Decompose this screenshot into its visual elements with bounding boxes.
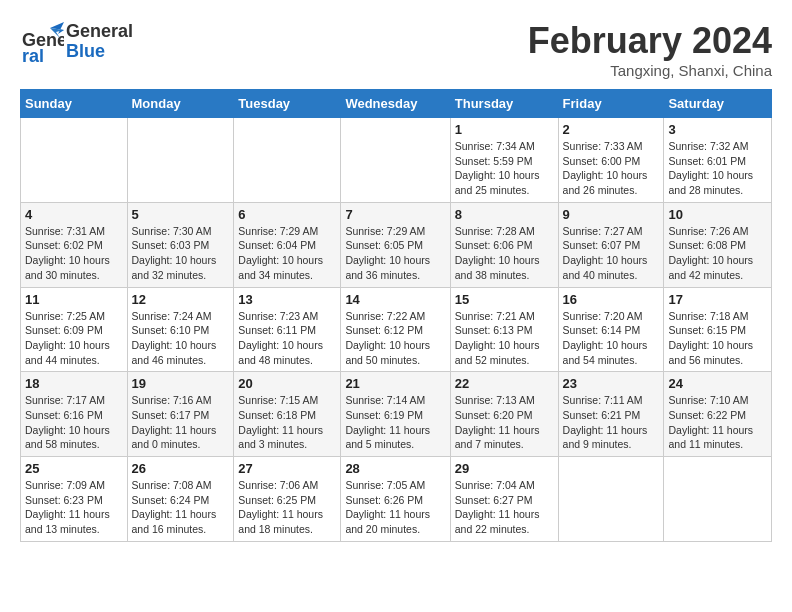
day-info: Sunrise: 7:11 AM Sunset: 6:21 PM Dayligh… xyxy=(563,393,660,452)
calendar-cell: 15Sunrise: 7:21 AM Sunset: 6:13 PM Dayli… xyxy=(450,287,558,372)
calendar-cell: 18Sunrise: 7:17 AM Sunset: 6:16 PM Dayli… xyxy=(21,372,128,457)
day-info: Sunrise: 7:09 AM Sunset: 6:23 PM Dayligh… xyxy=(25,478,123,537)
day-info: Sunrise: 7:29 AM Sunset: 6:04 PM Dayligh… xyxy=(238,224,336,283)
day-info: Sunrise: 7:20 AM Sunset: 6:14 PM Dayligh… xyxy=(563,309,660,368)
day-info: Sunrise: 7:26 AM Sunset: 6:08 PM Dayligh… xyxy=(668,224,767,283)
day-info: Sunrise: 7:13 AM Sunset: 6:20 PM Dayligh… xyxy=(455,393,554,452)
day-number: 2 xyxy=(563,122,660,137)
day-number: 9 xyxy=(563,207,660,222)
day-number: 13 xyxy=(238,292,336,307)
week-row-3: 11Sunrise: 7:25 AM Sunset: 6:09 PM Dayli… xyxy=(21,287,772,372)
calendar-cell: 25Sunrise: 7:09 AM Sunset: 6:23 PM Dayli… xyxy=(21,457,128,542)
day-info: Sunrise: 7:21 AM Sunset: 6:13 PM Dayligh… xyxy=(455,309,554,368)
day-number: 1 xyxy=(455,122,554,137)
day-number: 22 xyxy=(455,376,554,391)
calendar-cell: 11Sunrise: 7:25 AM Sunset: 6:09 PM Dayli… xyxy=(21,287,128,372)
calendar-cell xyxy=(234,118,341,203)
day-info: Sunrise: 7:24 AM Sunset: 6:10 PM Dayligh… xyxy=(132,309,230,368)
day-number: 10 xyxy=(668,207,767,222)
calendar-cell: 13Sunrise: 7:23 AM Sunset: 6:11 PM Dayli… xyxy=(234,287,341,372)
day-info: Sunrise: 7:33 AM Sunset: 6:00 PM Dayligh… xyxy=(563,139,660,198)
calendar-cell: 21Sunrise: 7:14 AM Sunset: 6:19 PM Dayli… xyxy=(341,372,450,457)
calendar-cell: 7Sunrise: 7:29 AM Sunset: 6:05 PM Daylig… xyxy=(341,202,450,287)
day-number: 24 xyxy=(668,376,767,391)
day-number: 27 xyxy=(238,461,336,476)
page-header: Gene ral General Blue February 2024 Tang… xyxy=(20,20,772,79)
day-info: Sunrise: 7:04 AM Sunset: 6:27 PM Dayligh… xyxy=(455,478,554,537)
week-row-5: 25Sunrise: 7:09 AM Sunset: 6:23 PM Dayli… xyxy=(21,457,772,542)
calendar-table: SundayMondayTuesdayWednesdayThursdayFrid… xyxy=(20,89,772,542)
day-info: Sunrise: 7:17 AM Sunset: 6:16 PM Dayligh… xyxy=(25,393,123,452)
calendar-cell: 24Sunrise: 7:10 AM Sunset: 6:22 PM Dayli… xyxy=(664,372,772,457)
day-info: Sunrise: 7:29 AM Sunset: 6:05 PM Dayligh… xyxy=(345,224,445,283)
weekday-header-sunday: Sunday xyxy=(21,90,128,118)
calendar-cell: 27Sunrise: 7:06 AM Sunset: 6:25 PM Dayli… xyxy=(234,457,341,542)
calendar-cell: 20Sunrise: 7:15 AM Sunset: 6:18 PM Dayli… xyxy=(234,372,341,457)
month-title: February 2024 xyxy=(528,20,772,62)
day-info: Sunrise: 7:10 AM Sunset: 6:22 PM Dayligh… xyxy=(668,393,767,452)
calendar-cell: 17Sunrise: 7:18 AM Sunset: 6:15 PM Dayli… xyxy=(664,287,772,372)
calendar-cell: 12Sunrise: 7:24 AM Sunset: 6:10 PM Dayli… xyxy=(127,287,234,372)
day-info: Sunrise: 7:31 AM Sunset: 6:02 PM Dayligh… xyxy=(25,224,123,283)
day-number: 23 xyxy=(563,376,660,391)
day-info: Sunrise: 7:18 AM Sunset: 6:15 PM Dayligh… xyxy=(668,309,767,368)
logo-text: General Blue xyxy=(66,22,133,62)
day-info: Sunrise: 7:06 AM Sunset: 6:25 PM Dayligh… xyxy=(238,478,336,537)
calendar-cell: 14Sunrise: 7:22 AM Sunset: 6:12 PM Dayli… xyxy=(341,287,450,372)
calendar-cell: 6Sunrise: 7:29 AM Sunset: 6:04 PM Daylig… xyxy=(234,202,341,287)
calendar-cell: 16Sunrise: 7:20 AM Sunset: 6:14 PM Dayli… xyxy=(558,287,664,372)
calendar-cell: 2Sunrise: 7:33 AM Sunset: 6:00 PM Daylig… xyxy=(558,118,664,203)
day-number: 5 xyxy=(132,207,230,222)
day-info: Sunrise: 7:32 AM Sunset: 6:01 PM Dayligh… xyxy=(668,139,767,198)
weekday-header-monday: Monday xyxy=(127,90,234,118)
location-subtitle: Tangxing, Shanxi, China xyxy=(528,62,772,79)
weekday-header-tuesday: Tuesday xyxy=(234,90,341,118)
day-info: Sunrise: 7:34 AM Sunset: 5:59 PM Dayligh… xyxy=(455,139,554,198)
calendar-cell: 29Sunrise: 7:04 AM Sunset: 6:27 PM Dayli… xyxy=(450,457,558,542)
day-number: 8 xyxy=(455,207,554,222)
calendar-cell: 5Sunrise: 7:30 AM Sunset: 6:03 PM Daylig… xyxy=(127,202,234,287)
title-area: February 2024 Tangxing, Shanxi, China xyxy=(528,20,772,79)
day-info: Sunrise: 7:25 AM Sunset: 6:09 PM Dayligh… xyxy=(25,309,123,368)
day-number: 20 xyxy=(238,376,336,391)
calendar-cell: 9Sunrise: 7:27 AM Sunset: 6:07 PM Daylig… xyxy=(558,202,664,287)
calendar-cell: 4Sunrise: 7:31 AM Sunset: 6:02 PM Daylig… xyxy=(21,202,128,287)
day-info: Sunrise: 7:22 AM Sunset: 6:12 PM Dayligh… xyxy=(345,309,445,368)
weekday-header-wednesday: Wednesday xyxy=(341,90,450,118)
calendar-cell: 1Sunrise: 7:34 AM Sunset: 5:59 PM Daylig… xyxy=(450,118,558,203)
calendar-cell: 19Sunrise: 7:16 AM Sunset: 6:17 PM Dayli… xyxy=(127,372,234,457)
calendar-cell xyxy=(21,118,128,203)
weekday-header-friday: Friday xyxy=(558,90,664,118)
day-info: Sunrise: 7:15 AM Sunset: 6:18 PM Dayligh… xyxy=(238,393,336,452)
calendar-cell: 10Sunrise: 7:26 AM Sunset: 6:08 PM Dayli… xyxy=(664,202,772,287)
calendar-cell xyxy=(341,118,450,203)
calendar-cell: 23Sunrise: 7:11 AM Sunset: 6:21 PM Dayli… xyxy=(558,372,664,457)
calendar-cell: 26Sunrise: 7:08 AM Sunset: 6:24 PM Dayli… xyxy=(127,457,234,542)
day-number: 18 xyxy=(25,376,123,391)
day-number: 25 xyxy=(25,461,123,476)
week-row-4: 18Sunrise: 7:17 AM Sunset: 6:16 PM Dayli… xyxy=(21,372,772,457)
logo-icon: Gene ral xyxy=(20,20,64,64)
day-info: Sunrise: 7:05 AM Sunset: 6:26 PM Dayligh… xyxy=(345,478,445,537)
logo-general: General xyxy=(66,22,133,42)
day-info: Sunrise: 7:14 AM Sunset: 6:19 PM Dayligh… xyxy=(345,393,445,452)
svg-text:ral: ral xyxy=(22,46,44,64)
day-number: 28 xyxy=(345,461,445,476)
day-info: Sunrise: 7:08 AM Sunset: 6:24 PM Dayligh… xyxy=(132,478,230,537)
day-info: Sunrise: 7:27 AM Sunset: 6:07 PM Dayligh… xyxy=(563,224,660,283)
day-number: 17 xyxy=(668,292,767,307)
logo: Gene ral General Blue xyxy=(20,20,133,64)
day-number: 14 xyxy=(345,292,445,307)
day-info: Sunrise: 7:30 AM Sunset: 6:03 PM Dayligh… xyxy=(132,224,230,283)
day-number: 26 xyxy=(132,461,230,476)
day-number: 4 xyxy=(25,207,123,222)
logo-blue: Blue xyxy=(66,42,133,62)
calendar-cell: 22Sunrise: 7:13 AM Sunset: 6:20 PM Dayli… xyxy=(450,372,558,457)
calendar-cell xyxy=(664,457,772,542)
calendar-cell xyxy=(127,118,234,203)
week-row-2: 4Sunrise: 7:31 AM Sunset: 6:02 PM Daylig… xyxy=(21,202,772,287)
weekday-header-saturday: Saturday xyxy=(664,90,772,118)
calendar-cell: 28Sunrise: 7:05 AM Sunset: 6:26 PM Dayli… xyxy=(341,457,450,542)
day-number: 29 xyxy=(455,461,554,476)
day-number: 12 xyxy=(132,292,230,307)
